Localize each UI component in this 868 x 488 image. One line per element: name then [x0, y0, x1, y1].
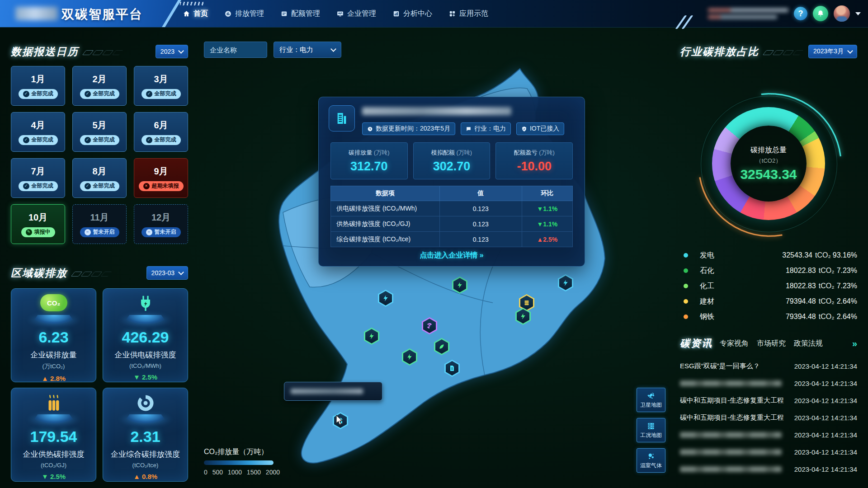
analysis-grid-icon [392, 10, 400, 18]
stat-balance: 配额盈亏 (万吨) -10.00 [495, 142, 573, 179]
brand-title: 双碳智服平台 [61, 6, 143, 23]
building-icon [329, 105, 355, 131]
condition-map-button[interactable]: 工况地图 [637, 418, 665, 442]
user-avatar[interactable] [834, 5, 850, 22]
industry-period-select[interactable]: 2023年3月 [808, 45, 857, 58]
calendar-month-overdue[interactable]: 9月×超期未填报 [134, 158, 188, 198]
status-badge: ✓全部完成 [19, 135, 58, 145]
industry-select[interactable]: 行业：电力 [274, 42, 341, 58]
chevron-down-icon [178, 269, 184, 275]
popup-data-table: 数据项 值 环比 供电碳排放强度 (tCO₂/MWh) 0.123 ▼1.1% … [330, 186, 573, 247]
stat-card-emission: CO₂ 6.23 企业碳排放量 (万tCO₂) ▲ 2.8% [11, 288, 96, 382]
company-name-blurred [362, 107, 511, 115]
navbar-right: ? [708, 0, 861, 27]
map-color-legend: CO₂排放量（万吨） 0500 10001500 2000 [204, 447, 280, 476]
news-item[interactable]: 碳中和五期项目-生态修复重大工程...2023-04-12 14:21:34 [680, 392, 857, 409]
industry-share-panel: 行业碳排放占比 2023年3月 [680, 43, 857, 60]
calendar-month[interactable]: 6月✓全部完成 [134, 112, 188, 152]
stat-card-heat-intensity: 179.54 企业供热碳排强度 (tCO₂/GJ) ▼ 2.5% [11, 388, 96, 482]
industry-title: 行业碳排放占比 [680, 45, 759, 59]
map-filters: 行业：电力 [204, 42, 341, 58]
calendar-month-notopen[interactable]: 12月−暂未开启 [134, 204, 188, 244]
delta-up: ▲ 0.8% [103, 473, 188, 480]
status-badge: ✓全部完成 [80, 89, 119, 99]
map-layer-buttons: 卫星地图 工况地图 温室气体 [637, 388, 665, 473]
status-badge: −暂未开启 [142, 227, 181, 237]
title-slashes-decoration [84, 50, 121, 55]
nav-item-demo[interactable]: 应用示范 [448, 9, 488, 19]
nav-item-analysis[interactable]: 分析中心 [392, 9, 432, 19]
popup-badges: 数据更新时间：2023年5月 行业：电力 IOT已接入 [362, 122, 564, 135]
calendar-month-notopen[interactable]: 11月−暂未开启 [72, 204, 127, 244]
region-cards: CO₂ 6.23 企业碳排放量 (万tCO₂) ▲ 2.8% 426.29 企业… [11, 288, 188, 482]
satellite-map-button[interactable]: 卫星地图 [637, 388, 665, 412]
chevron-down-icon [178, 48, 184, 54]
status-badge: −暂未开启 [80, 227, 119, 237]
industry-donut-chart: 碳排放总量 （tCO2） 32543.34 [680, 84, 857, 243]
legend-row: 石化18022.83tCO₂7.23% [680, 263, 857, 278]
industry-legend: 发电32543.34tCO₂93.16% 石化18022.83tCO₂7.23%… [680, 248, 857, 324]
radiator-icon [44, 394, 64, 416]
notifications-bell-icon[interactable] [813, 6, 828, 21]
news-item[interactable]: 碳中和五期项目-生态修复重大工程2023-04-12 14:21:34 [680, 409, 857, 426]
news-item-blurred[interactable]: 2023-04-12 14:21:34 [680, 460, 857, 478]
legend-gradient-bar [204, 460, 274, 465]
status-badge: ×超期未填报 [139, 181, 184, 191]
legend-dot [684, 299, 688, 304]
blurred-title [680, 449, 782, 455]
calendar-year-select[interactable]: 2023 [156, 45, 188, 58]
news-more-arrow[interactable]: » [852, 338, 857, 349]
help-icon[interactable]: ? [794, 7, 807, 20]
chevron-down-icon[interactable] [855, 12, 861, 15]
servers-icon [646, 422, 656, 431]
status-badge: ✓全部完成 [19, 181, 58, 191]
tab-policy[interactable]: 政策法规 [794, 339, 823, 348]
legend-dot [684, 253, 688, 258]
calendar-month[interactable]: 5月✓全部完成 [72, 112, 127, 152]
nav-item-emission[interactable]: 排放管理 [224, 9, 264, 19]
chevron-down-icon [330, 46, 336, 52]
gauge-target-icon [136, 394, 155, 414]
tab-expert-view[interactable]: 专家视角 [720, 339, 749, 348]
clock-icon [367, 126, 373, 132]
report-calendar-panel: 数据报送日历 2023 1月✓全部完成 2月✓全部完成 3月✓全部完成 4月✓全… [11, 43, 188, 244]
nav-item-home[interactable]: 首页 [183, 9, 208, 19]
status-badge: ✎填报中 [21, 227, 55, 237]
status-badge: ✓全部完成 [142, 135, 181, 145]
calendar-month[interactable]: 7月✓全部完成 [11, 158, 65, 198]
stat-card-power-intensity: 426.29 企业供电碳排强度 (tCO₂/MWh) ▼ 2.5% [103, 288, 188, 382]
legend-row: 发电32543.34tCO₂93.16% [680, 248, 857, 263]
calendar-month[interactable]: 8月✓全部完成 [72, 158, 127, 198]
carbon-news-panel: 碳资讯 专家视角 市场研究 政策法规 » ESG跟“双碳”是一回事么？2023-… [680, 337, 857, 478]
region-period-select[interactable]: 2023-03 [146, 266, 188, 280]
status-badge: ✓全部完成 [80, 181, 119, 191]
calendar-grid: 1月✓全部完成 2月✓全部完成 3月✓全部完成 4月✓全部完成 5月✓全部完成 … [11, 66, 188, 244]
title-slashes-decoration [764, 50, 802, 55]
calendar-month[interactable]: 1月✓全部完成 [11, 66, 65, 106]
industry-badge: 行业：电力 [461, 122, 511, 135]
calendar-month[interactable]: 4月✓全部完成 [11, 112, 65, 152]
news-list: ESG跟“双碳”是一回事么？2023-04-12 14:21:34 2023-0… [680, 357, 857, 478]
apps-grid-icon [448, 10, 456, 18]
blurred-title [680, 380, 782, 386]
calendar-month[interactable]: 3月✓全部完成 [134, 66, 188, 106]
news-item-blurred[interactable]: 2023-04-12 14:21:34 [680, 426, 857, 443]
calendar-month-active[interactable]: 10月✎填报中 [11, 204, 65, 244]
news-tabs: 专家视角 市场研究 政策法规 [720, 339, 823, 348]
company-name-input[interactable] [204, 42, 267, 58]
news-item[interactable]: ESG跟“双碳”是一回事么？2023-04-12 14:21:34 [680, 357, 857, 375]
chevron-down-icon [847, 48, 853, 54]
calendar-month[interactable]: 2月✓全部完成 [72, 66, 127, 106]
chat-icon [466, 126, 472, 132]
tab-market-research[interactable]: 市场研究 [757, 339, 786, 348]
enter-company-detail-link[interactable]: 点击进入企业详情 » [319, 251, 585, 260]
nav-item-quota[interactable]: 配额管理 [280, 9, 320, 19]
company-tooltip-blurred [284, 382, 382, 401]
news-item-blurred[interactable]: 2023-04-12 14:21:34 [680, 443, 857, 460]
nav-item-enterprise[interactable]: 企业管理 [336, 9, 376, 19]
greenhouse-gas-button[interactable]: 温室气体 [637, 448, 665, 473]
shield-icon [521, 126, 527, 132]
user-info-blurred [708, 5, 788, 22]
region-emission-panel: 区域碳排放 2023-03 CO₂ 6.23 企业碳排放量 (万tCO₂) ▲ … [11, 265, 188, 482]
news-item-blurred[interactable]: 2023-04-12 14:21:34 [680, 375, 857, 392]
